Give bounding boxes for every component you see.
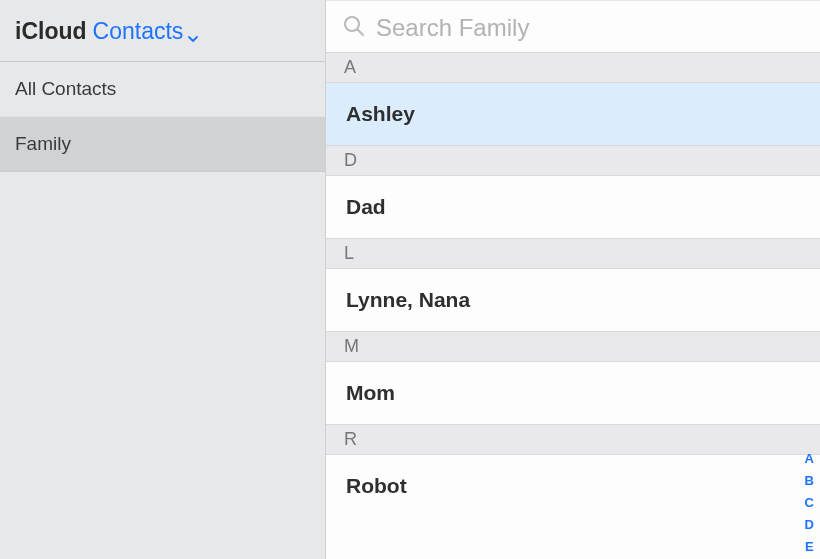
- svg-line-1: [358, 30, 364, 36]
- section-header: R: [326, 424, 820, 455]
- contact-row[interactable]: Lynne, Nana: [326, 269, 820, 331]
- contact-row[interactable]: Mom: [326, 362, 820, 424]
- search-input[interactable]: [376, 14, 804, 42]
- alpha-index-letter[interactable]: E: [805, 540, 814, 553]
- sidebar-item-family[interactable]: Family: [0, 117, 325, 172]
- search-icon: [342, 14, 366, 42]
- section-header: L: [326, 238, 820, 269]
- sidebar-item-label: All Contacts: [15, 78, 116, 99]
- search-bar: [326, 0, 820, 53]
- alpha-index-letter[interactable]: C: [805, 496, 814, 509]
- contacts-list: AAshleyDDadLLynne, NanaMMomRRobot: [326, 53, 820, 559]
- alpha-index-letter[interactable]: D: [805, 518, 814, 531]
- chevron-down-icon: [187, 24, 197, 34]
- contact-name: Lynne, Nana: [346, 288, 470, 311]
- alpha-index: ABCDE: [805, 452, 814, 553]
- app-name-label: Contacts: [93, 18, 184, 45]
- alpha-index-letter[interactable]: B: [805, 474, 814, 487]
- sidebar-item-all-contacts[interactable]: All Contacts: [0, 62, 325, 117]
- alpha-index-letter[interactable]: A: [805, 452, 814, 465]
- section-header: D: [326, 145, 820, 176]
- contact-name: Ashley: [346, 102, 415, 125]
- app-switcher[interactable]: Contacts: [93, 18, 198, 45]
- contact-name: Mom: [346, 381, 395, 404]
- section-header: A: [326, 53, 820, 83]
- sidebar-list: All ContactsFamily: [0, 62, 325, 559]
- sidebar-header: iCloud Contacts: [0, 0, 325, 62]
- main-panel: AAshleyDDadLLynne, NanaMMomRRobot ABCDE: [326, 0, 820, 559]
- brand-label: iCloud: [15, 18, 87, 45]
- contact-row[interactable]: Robot: [326, 455, 820, 517]
- contact-row[interactable]: Ashley: [326, 83, 820, 145]
- sidebar: iCloud Contacts All ContactsFamily: [0, 0, 326, 559]
- sidebar-item-label: Family: [15, 133, 71, 154]
- contact-name: Robot: [346, 474, 407, 497]
- contact-name: Dad: [346, 195, 386, 218]
- contact-row[interactable]: Dad: [326, 176, 820, 238]
- section-header: M: [326, 331, 820, 362]
